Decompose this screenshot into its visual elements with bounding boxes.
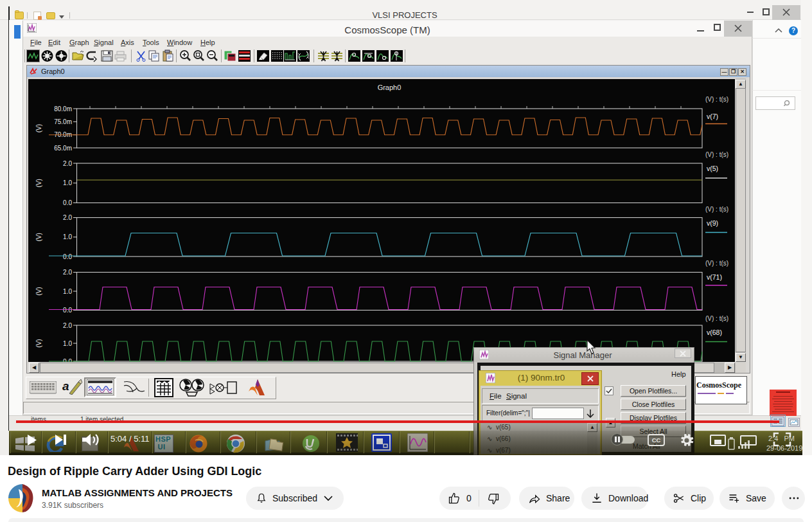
- svg-text:2.0: 2.0: [63, 214, 72, 221]
- svg-text:v(71): v(71): [707, 273, 722, 281]
- svg-text:(V): (V): [35, 124, 42, 132]
- svg-text:(V) : t(s): (V) : t(s): [705, 260, 728, 267]
- svg-text:2.0: 2.0: [63, 269, 72, 276]
- svg-text:Graph0: Graph0: [378, 84, 402, 91]
- svg-text:(V) : t(s): (V) : t(s): [705, 151, 728, 158]
- svg-text:2.0: 2.0: [63, 322, 72, 329]
- svg-text:0.0: 0.0: [63, 253, 72, 260]
- svg-text:1.0: 1.0: [63, 288, 72, 295]
- svg-text:0.0: 0.0: [63, 199, 72, 206]
- svg-text:v(7): v(7): [707, 113, 718, 120]
- svg-text:(V): (V): [35, 287, 42, 295]
- svg-text:(V) : t(s): (V) : t(s): [705, 96, 728, 103]
- svg-text:v(68): v(68): [707, 328, 722, 336]
- svg-text:1.0: 1.0: [63, 233, 72, 240]
- svg-text:0.0: 0.0: [63, 307, 72, 314]
- svg-text:(V): (V): [35, 233, 42, 241]
- svg-text:1.0: 1.0: [63, 340, 72, 347]
- svg-text:(V) : t(s): (V) : t(s): [705, 315, 728, 322]
- svg-text:v(5): v(5): [707, 165, 718, 172]
- svg-text:v(9): v(9): [707, 219, 718, 227]
- svg-text:(V): (V): [35, 179, 42, 187]
- svg-text:2.0: 2.0: [63, 160, 72, 167]
- svg-text:80.0m: 80.0m: [54, 105, 72, 113]
- svg-text:(V): (V): [35, 339, 42, 347]
- svg-text:1.0: 1.0: [63, 179, 72, 186]
- svg-text:75.0m: 75.0m: [54, 118, 72, 125]
- svg-text:65.0m: 65.0m: [54, 145, 72, 152]
- svg-text:(V) : t(s): (V) : t(s): [705, 206, 728, 213]
